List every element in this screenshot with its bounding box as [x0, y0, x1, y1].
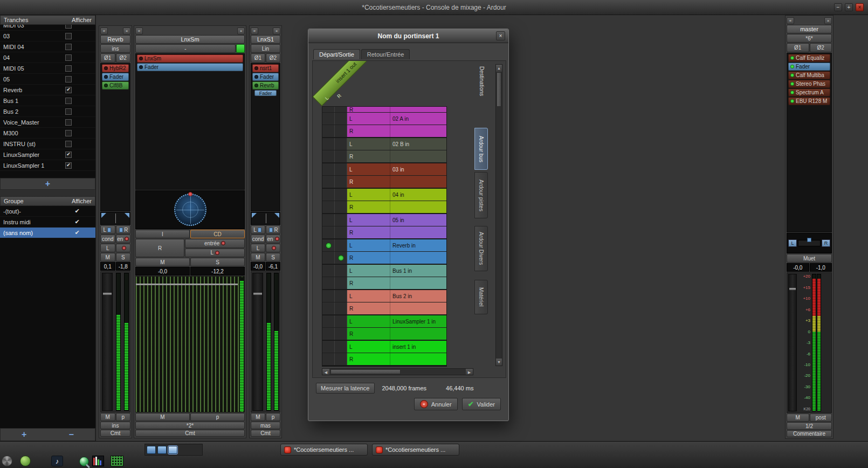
- solo-lock-button[interactable]: [266, 244, 280, 252]
- matrix-vscrollbar[interactable]: ▲ ▼: [495, 64, 502, 366]
- comments-button[interactable]: Cmt: [135, 430, 245, 437]
- phase-1-button[interactable]: Ø1: [251, 53, 265, 63]
- mute-button[interactable]: M: [100, 253, 115, 261]
- matrix-cell[interactable]: [335, 315, 347, 327]
- mute-button[interactable]: M: [251, 253, 265, 261]
- solo-isolate-button[interactable]: L: [100, 244, 115, 252]
- solo-button[interactable]: S: [116, 253, 131, 261]
- gain-display[interactable]: -0,0: [251, 262, 265, 271]
- matrix-cell[interactable]: [322, 226, 335, 238]
- fader-handle[interactable]: [789, 288, 796, 290]
- phase-1-button[interactable]: Ø1: [100, 53, 115, 63]
- processor-box[interactable]: nsrt1 Fader Revrb Fader: [251, 63, 280, 211]
- track-visible-checkbox[interactable]: ✔: [65, 162, 72, 169]
- metering-button[interactable]: M: [135, 413, 190, 421]
- matrix-cell[interactable]: [322, 113, 335, 125]
- fader-meter-zone[interactable]: [100, 271, 130, 412]
- fader-handle[interactable]: [136, 284, 238, 285]
- matrix-cell[interactable]: [335, 341, 347, 353]
- phase-2-button[interactable]: Ø2: [116, 53, 131, 63]
- scroll-down-icon[interactable]: ▼: [496, 359, 502, 366]
- connection-dot[interactable]: [338, 255, 344, 261]
- gain-fader[interactable]: [252, 273, 263, 411]
- comments-button[interactable]: Cmt: [251, 430, 280, 437]
- strip-collapse-icon[interactable]: «: [787, 17, 794, 24]
- comments-button[interactable]: Cmt: [100, 430, 130, 437]
- input-mode-button[interactable]: I: [135, 230, 190, 238]
- meter-point-button[interactable]: post: [810, 414, 832, 422]
- track-list-item[interactable]: 03: [0, 31, 95, 42]
- processor-fader-slim[interactable]: Fader: [254, 90, 277, 96]
- panner-right-handle[interactable]: [125, 213, 129, 218]
- processor-clf8b[interactable]: Clf8B: [102, 81, 129, 90]
- magnifier-icon[interactable]: [79, 457, 89, 466]
- matrix-cell[interactable]: [322, 252, 335, 264]
- vscroll-thumb[interactable]: [497, 72, 501, 107]
- matrix-cell[interactable]: [322, 138, 335, 150]
- side-tab-materiel[interactable]: Matériel: [474, 280, 488, 314]
- track-list-item[interactable]: LinuxSampler 1✔: [0, 160, 95, 171]
- side-tab-ardour-pistes[interactable]: Ardour pistes: [474, 172, 488, 218]
- add-track-button[interactable]: +: [45, 180, 50, 188]
- matrix-cell[interactable]: [322, 107, 335, 112]
- matrix-cell[interactable]: [322, 201, 335, 213]
- processor-box[interactable]: HybR2 Fader Clf8B: [100, 63, 130, 211]
- matrix-cell[interactable]: [322, 125, 335, 137]
- matrix-cell[interactable]: [335, 239, 347, 251]
- group-visible-check[interactable]: ✔: [73, 218, 81, 225]
- meter-point-button[interactable]: p: [116, 413, 131, 421]
- processor-led[interactable]: [139, 57, 143, 60]
- fader-meter-zone[interactable]: [251, 271, 280, 412]
- side-tab-ardour-bus[interactable]: Ardour bus: [474, 128, 488, 170]
- processor-led[interactable]: [104, 66, 108, 70]
- matrix-cell[interactable]: [322, 341, 335, 353]
- processor-led[interactable]: [790, 91, 794, 94]
- processor-spectrum-analyzer[interactable]: Spectrum A: [788, 88, 830, 97]
- peak-display[interactable]: -1,8: [116, 262, 131, 271]
- matrix-cell[interactable]: [322, 176, 335, 188]
- matrix-cell[interactable]: [322, 265, 335, 277]
- metering-button[interactable]: M: [787, 414, 809, 422]
- window-titlebar[interactable]: *Cocotiersemeutiers - Console de mixage …: [0, 0, 868, 15]
- matrix-cell[interactable]: [335, 353, 347, 365]
- solo-lock-button[interactable]: [116, 244, 131, 252]
- track-visible-checkbox[interactable]: [65, 54, 72, 61]
- matrix-cell[interactable]: [322, 290, 335, 302]
- track-visible-checkbox[interactable]: [65, 119, 72, 126]
- window-switcher[interactable]: [144, 444, 203, 456]
- gain-display[interactable]: -0,0: [135, 267, 190, 276]
- master-fader-meter-zone[interactable]: +20 +15 +10 +6 +3 0 -3 -6 -10 -20 -30 -4…: [787, 272, 832, 413]
- processor-led[interactable]: [790, 99, 794, 103]
- scroll-right-icon[interactable]: ▶: [466, 369, 473, 375]
- connection-dot[interactable]: [326, 243, 332, 249]
- matrix-cell[interactable]: [335, 201, 347, 213]
- track-list-item[interactable]: MIDI 04: [0, 42, 95, 52]
- strip-collapse-icon[interactable]: «: [135, 27, 143, 35]
- strip-close-icon[interactable]: ×: [273, 27, 280, 35]
- panner-2d[interactable]: [135, 190, 245, 229]
- matrix-cell[interactable]: [322, 277, 335, 289]
- matrix-cell-connected[interactable]: [335, 252, 347, 264]
- processor-led[interactable]: [790, 82, 794, 86]
- matrix-cell[interactable]: [335, 226, 347, 238]
- measure-latency-button[interactable]: Mesurer la latence: [316, 383, 375, 394]
- matrix-cell[interactable]: [335, 290, 347, 302]
- track-visible-checkbox[interactable]: [65, 76, 72, 82]
- minimize-button[interactable]: −: [834, 3, 842, 11]
- strip-name-button[interactable]: LnxS1: [251, 35, 280, 44]
- taskbar-window-button-2[interactable]: *Cocotiersemeutiers ...: [372, 444, 459, 456]
- processor-nsrt1[interactable]: nsrt1: [252, 64, 279, 72]
- pan-left-button[interactable]: L: [251, 225, 265, 234]
- processor-fader[interactable]: Fader: [252, 73, 279, 81]
- matrix-cell[interactable]: [335, 214, 347, 226]
- record-enable-button[interactable]: en: [116, 235, 131, 243]
- output-button[interactable]: *2*: [135, 422, 245, 429]
- group-list-item-selected[interactable]: (sans nom)✔: [0, 228, 95, 238]
- dialog-titlebar[interactable]: Nom du portinsert 1 ×: [308, 29, 508, 43]
- strip-collapse-icon[interactable]: «: [100, 27, 108, 35]
- track-visible-checkbox[interactable]: [65, 108, 72, 115]
- maximize-button[interactable]: +: [845, 3, 853, 11]
- track-list-item[interactable]: LinuxSampler✔: [0, 149, 95, 160]
- group-visible-check[interactable]: ✔: [73, 208, 81, 215]
- peak-display[interactable]: -6,1: [266, 262, 280, 271]
